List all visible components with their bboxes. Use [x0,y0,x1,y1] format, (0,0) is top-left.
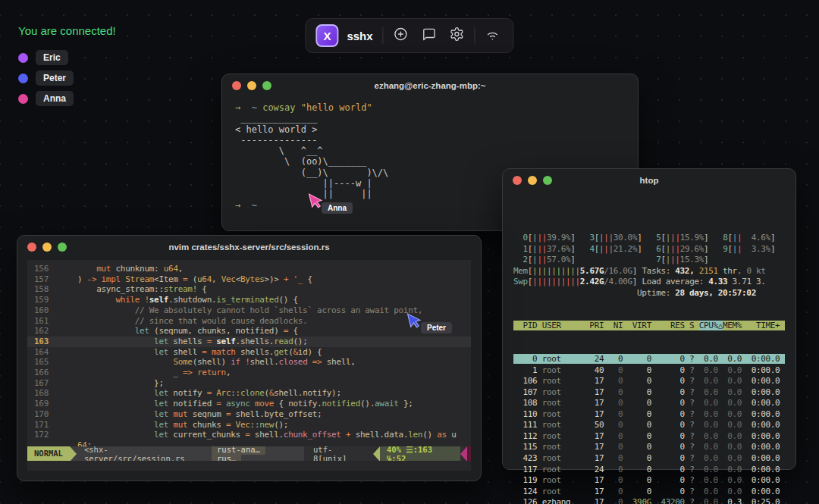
user-row: Peter [18,70,74,86]
network-button[interactable] [482,25,504,46]
line-number: 166 [27,368,58,378]
user-row: Eric [18,50,74,65]
htop-meters: 0[|||39.9%] 3[|||30.0%] 5[|||15.9%] 8[||… [513,233,785,299]
process-row[interactable]: 111 root 50 0 0 0 ? 0.0 0.0 0:00.0 [513,420,785,431]
line-number: 158 [27,284,58,295]
process-row[interactable]: 110 root 17 0 0 0 ? 0.0 0.0 0:00.0 [513,409,785,421]
app-toolbar: X sshx [305,18,513,53]
window-titlebar[interactable]: htop [503,169,795,192]
close-window-icon[interactable] [232,81,241,90]
lsp-chips: rust-ana… rus… [212,446,297,461]
process-row[interactable]: 126 ezhang 17 0 390G 43200 ? 0.0 0.3 0:2… [513,497,785,504]
code-line: 165 Some(shell) if !shell.closed => shel… [27,357,471,368]
code-line: 164 let shell = match shells.get(&id) { [27,347,471,358]
line-number: 162 [27,326,58,337]
line-number: 163 [27,337,58,347]
editor-buffer[interactable]: 156 mut chunknum: u64,157 ) -> impl Stre… [27,260,471,451]
terminal-screen[interactable]: 156 mut chunknum: u64,157 ) -> impl Stre… [27,260,471,471]
terminal-window-nvim: nvim crates/sshx-server/src/session.rs 1… [17,235,482,481]
code-line: 163 let shells = self.shells.read(); [27,337,471,347]
htop-table-header[interactable]: PID USER PRI NI VIRT RES S CPU%△MEM% TIM… [513,321,785,332]
close-window-icon[interactable] [513,176,522,185]
window-titlebar[interactable]: ezhang@eric-zhang-mbp:~ [222,74,638,97]
window-controls [27,243,67,252]
gear-icon [450,27,465,45]
process-row[interactable]: 108 root 17 0 0 0 ? 0.0 0.0 0:00.0 [513,398,785,409]
line-number: 165 [27,357,58,368]
code-line: 172 let current_chunks = shell.chunk_off… [27,430,471,440]
process-row[interactable]: 115 root 17 0 0 0 ? 0.0 0.0 0:00.0 [513,442,785,453]
process-row[interactable]: 119 root 17 0 0 0 ? 0.0 0.0 0:00.0 [513,475,785,487]
process-row[interactable]: 117 root 24 0 0 0 ? 0.0 0.0 0:00.0 [513,465,785,476]
line-number: 159 [27,295,58,305]
remote-cursor-label: Peter [421,322,452,333]
code-line: 156 mut chunknum: u64, [27,264,471,274]
user-name-pill[interactable]: Anna [36,91,74,106]
terminal-window-htop: htop 0[|||39.9%] 3[|||30.0%] 5[|||15.9%]… [502,168,796,470]
window-title: nvim crates/sshx-server/src/session.rs [168,243,329,252]
line-number: 168 [27,388,58,399]
minimize-window-icon[interactable] [247,81,256,90]
nvim-statusline: NORMAL <shx-server/src/session.rs rust-a… [27,446,471,461]
zoom-window-icon[interactable] [58,243,67,252]
code-line: 166 _ => return, [27,368,471,378]
code-line: 169 let notified = async move { notify.n… [27,399,471,409]
toolbar-divider [383,27,384,44]
new-terminal-button[interactable] [391,25,412,46]
powerline-separator-icon [373,446,380,461]
connection-status: You are connected! [18,24,116,37]
user-row: Anna [18,91,74,106]
sshx-logo[interactable]: X [315,24,338,47]
line-number: 164 [27,347,58,358]
remote-cursor-label: Anna [322,202,353,214]
code-line: 161 // since that would cause deadlocks. [27,316,471,327]
line-number: 160 [27,305,58,316]
statusline-left: <shx-server/src/session.rs rust-ana… rus… [77,446,304,461]
app-title: sshx [347,30,372,42]
close-window-icon[interactable] [27,243,36,252]
process-row[interactable]: 106 root 17 0 0 0 ? 0.0 0.0 0:00.0 [513,376,785,387]
user-name-pill[interactable]: Eric [36,50,68,65]
process-row[interactable]: 112 root 17 0 0 0 ? 0.0 0.0 0:00.0 [513,431,785,443]
zoom-window-icon[interactable] [543,176,552,185]
line-number: 171 [27,420,58,430]
plus-circle-icon [394,27,409,45]
window-title: htop [640,176,659,185]
process-row[interactable]: 0 root 24 0 0 0 ? 0.0 0.0 0:00.0 [513,354,785,365]
wifi-icon [485,27,500,45]
process-row[interactable]: 1 root 40 0 0 0 ? 0.0 0.0 0:00.0 [513,365,785,377]
terminal-screen[interactable]: 0[|||39.9%] 3[|||30.0%] 5[|||15.9%] 8[||… [503,192,795,504]
minimize-window-icon[interactable] [528,176,537,185]
code-line: 170 let mut seqnum = shell.byte_offset; [27,409,471,420]
window-titlebar[interactable]: nvim crates/sshx-server/src/session.rs [17,236,481,258]
zoom-window-icon[interactable] [262,81,271,90]
line-number: 157 [27,274,58,285]
user-name-pill[interactable]: Peter [36,70,74,86]
code-line: 171 let mut chunks = Vec::new(); [27,420,471,430]
sshx-session-page: You are connected! EricPeterAnna X sshx [0,0,819,504]
window-controls [232,81,271,90]
line-number: 170 [27,409,58,420]
file-path: <shx-server/src/session.rs [84,446,204,461]
htop-process-list[interactable]: 0 root 24 0 0 0 ? 0.0 0.0 0:00.0 1 root … [513,354,785,504]
line-number: 167 [27,378,58,389]
window-controls [513,176,552,185]
user-list: EricPeterAnna [18,50,74,106]
lsp-chip: rus… [212,453,241,462]
minimize-window-icon[interactable] [42,243,52,252]
chat-button[interactable] [419,25,440,46]
process-row[interactable]: 124 root 17 0 0 0 ? 0.0 0.0 0:00.0 [513,487,785,498]
settings-button[interactable] [447,25,468,46]
code-line: 158 async_stream::stream! { [27,284,471,295]
user-color-dot [18,94,28,104]
file-encoding: utf-8[unix] [304,446,373,461]
statusline-end-cap [467,446,471,461]
user-color-dot [18,74,28,83]
process-row[interactable]: 423 root 17 0 0 0 ? 0.0 0.0 0:00.0 [513,453,785,465]
code-line: 167 }; [27,378,471,389]
line-number: 161 [27,316,58,327]
window-title: ezhang@eric-zhang-mbp:~ [375,81,486,90]
process-row[interactable]: 107 root 17 0 0 0 ? 0.0 0.0 0:00.0 [513,387,785,399]
line-number: 169 [27,399,58,409]
code-line: 162 let (seqnum, chunks, notified) = { [27,326,471,337]
